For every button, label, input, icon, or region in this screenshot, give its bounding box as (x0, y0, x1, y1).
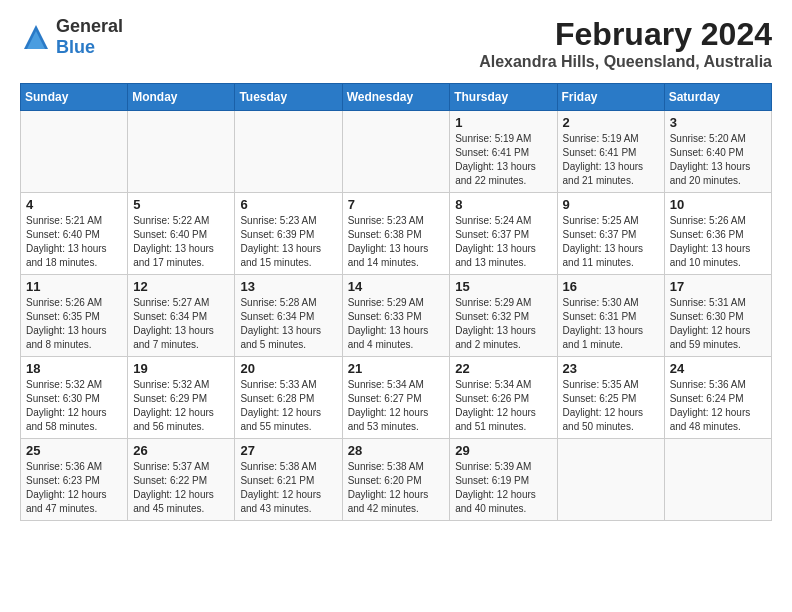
calendar-cell: 16Sunrise: 5:30 AM Sunset: 6:31 PM Dayli… (557, 275, 664, 357)
day-number: 2 (563, 115, 659, 130)
day-info: Sunrise: 5:33 AM Sunset: 6:28 PM Dayligh… (240, 378, 336, 434)
calendar-cell: 15Sunrise: 5:29 AM Sunset: 6:32 PM Dayli… (450, 275, 557, 357)
day-info: Sunrise: 5:39 AM Sunset: 6:19 PM Dayligh… (455, 460, 551, 516)
day-number: 22 (455, 361, 551, 376)
calendar-table: Sunday Monday Tuesday Wednesday Thursday… (20, 83, 772, 521)
calendar-header: Sunday Monday Tuesday Wednesday Thursday… (21, 84, 772, 111)
calendar-cell: 27Sunrise: 5:38 AM Sunset: 6:21 PM Dayli… (235, 439, 342, 521)
day-number: 20 (240, 361, 336, 376)
day-number: 28 (348, 443, 445, 458)
day-info: Sunrise: 5:30 AM Sunset: 6:31 PM Dayligh… (563, 296, 659, 352)
day-number: 24 (670, 361, 766, 376)
day-info: Sunrise: 5:28 AM Sunset: 6:34 PM Dayligh… (240, 296, 336, 352)
day-number: 16 (563, 279, 659, 294)
day-number: 29 (455, 443, 551, 458)
calendar-cell: 18Sunrise: 5:32 AM Sunset: 6:30 PM Dayli… (21, 357, 128, 439)
day-info: Sunrise: 5:21 AM Sunset: 6:40 PM Dayligh… (26, 214, 122, 270)
day-number: 15 (455, 279, 551, 294)
day-number: 6 (240, 197, 336, 212)
day-info: Sunrise: 5:38 AM Sunset: 6:20 PM Dayligh… (348, 460, 445, 516)
calendar-cell: 8Sunrise: 5:24 AM Sunset: 6:37 PM Daylig… (450, 193, 557, 275)
logo-icon (20, 21, 52, 53)
day-info: Sunrise: 5:19 AM Sunset: 6:41 PM Dayligh… (563, 132, 659, 188)
day-info: Sunrise: 5:26 AM Sunset: 6:36 PM Dayligh… (670, 214, 766, 270)
calendar-cell: 22Sunrise: 5:34 AM Sunset: 6:26 PM Dayli… (450, 357, 557, 439)
calendar-cell (557, 439, 664, 521)
calendar-cell: 20Sunrise: 5:33 AM Sunset: 6:28 PM Dayli… (235, 357, 342, 439)
day-number: 26 (133, 443, 229, 458)
day-number: 7 (348, 197, 445, 212)
col-thursday: Thursday (450, 84, 557, 111)
day-info: Sunrise: 5:22 AM Sunset: 6:40 PM Dayligh… (133, 214, 229, 270)
day-number: 9 (563, 197, 659, 212)
day-info: Sunrise: 5:36 AM Sunset: 6:23 PM Dayligh… (26, 460, 122, 516)
calendar-cell (128, 111, 235, 193)
day-info: Sunrise: 5:32 AM Sunset: 6:30 PM Dayligh… (26, 378, 122, 434)
calendar-cell: 7Sunrise: 5:23 AM Sunset: 6:38 PM Daylig… (342, 193, 450, 275)
day-info: Sunrise: 5:37 AM Sunset: 6:22 PM Dayligh… (133, 460, 229, 516)
calendar-cell: 24Sunrise: 5:36 AM Sunset: 6:24 PM Dayli… (664, 357, 771, 439)
day-info: Sunrise: 5:35 AM Sunset: 6:25 PM Dayligh… (563, 378, 659, 434)
calendar-cell: 3Sunrise: 5:20 AM Sunset: 6:40 PM Daylig… (664, 111, 771, 193)
day-info: Sunrise: 5:34 AM Sunset: 6:27 PM Dayligh… (348, 378, 445, 434)
calendar-cell (235, 111, 342, 193)
day-info: Sunrise: 5:23 AM Sunset: 6:39 PM Dayligh… (240, 214, 336, 270)
day-number: 12 (133, 279, 229, 294)
page-title: February 2024 (479, 16, 772, 53)
day-info: Sunrise: 5:32 AM Sunset: 6:29 PM Dayligh… (133, 378, 229, 434)
col-sunday: Sunday (21, 84, 128, 111)
day-number: 17 (670, 279, 766, 294)
calendar-cell: 6Sunrise: 5:23 AM Sunset: 6:39 PM Daylig… (235, 193, 342, 275)
day-number: 14 (348, 279, 445, 294)
day-info: Sunrise: 5:24 AM Sunset: 6:37 PM Dayligh… (455, 214, 551, 270)
calendar-cell: 9Sunrise: 5:25 AM Sunset: 6:37 PM Daylig… (557, 193, 664, 275)
day-info: Sunrise: 5:23 AM Sunset: 6:38 PM Dayligh… (348, 214, 445, 270)
calendar-week-3: 18Sunrise: 5:32 AM Sunset: 6:30 PM Dayli… (21, 357, 772, 439)
day-info: Sunrise: 5:26 AM Sunset: 6:35 PM Dayligh… (26, 296, 122, 352)
calendar-cell (664, 439, 771, 521)
col-saturday: Saturday (664, 84, 771, 111)
calendar-cell: 5Sunrise: 5:22 AM Sunset: 6:40 PM Daylig… (128, 193, 235, 275)
day-number: 27 (240, 443, 336, 458)
day-info: Sunrise: 5:19 AM Sunset: 6:41 PM Dayligh… (455, 132, 551, 188)
day-number: 5 (133, 197, 229, 212)
calendar-week-0: 1Sunrise: 5:19 AM Sunset: 6:41 PM Daylig… (21, 111, 772, 193)
day-number: 10 (670, 197, 766, 212)
calendar-cell: 29Sunrise: 5:39 AM Sunset: 6:19 PM Dayli… (450, 439, 557, 521)
day-number: 23 (563, 361, 659, 376)
calendar-cell: 14Sunrise: 5:29 AM Sunset: 6:33 PM Dayli… (342, 275, 450, 357)
day-number: 4 (26, 197, 122, 212)
calendar-cell: 19Sunrise: 5:32 AM Sunset: 6:29 PM Dayli… (128, 357, 235, 439)
calendar-week-2: 11Sunrise: 5:26 AM Sunset: 6:35 PM Dayli… (21, 275, 772, 357)
header: General Blue February 2024 Alexandra Hil… (20, 16, 772, 71)
day-info: Sunrise: 5:29 AM Sunset: 6:33 PM Dayligh… (348, 296, 445, 352)
calendar-cell: 11Sunrise: 5:26 AM Sunset: 6:35 PM Dayli… (21, 275, 128, 357)
day-number: 3 (670, 115, 766, 130)
title-area: February 2024 Alexandra Hills, Queenslan… (479, 16, 772, 71)
day-info: Sunrise: 5:36 AM Sunset: 6:24 PM Dayligh… (670, 378, 766, 434)
day-number: 18 (26, 361, 122, 376)
calendar-cell: 25Sunrise: 5:36 AM Sunset: 6:23 PM Dayli… (21, 439, 128, 521)
calendar-cell (342, 111, 450, 193)
calendar-cell (21, 111, 128, 193)
day-info: Sunrise: 5:27 AM Sunset: 6:34 PM Dayligh… (133, 296, 229, 352)
col-tuesday: Tuesday (235, 84, 342, 111)
day-number: 8 (455, 197, 551, 212)
calendar-cell: 4Sunrise: 5:21 AM Sunset: 6:40 PM Daylig… (21, 193, 128, 275)
calendar-cell: 17Sunrise: 5:31 AM Sunset: 6:30 PM Dayli… (664, 275, 771, 357)
day-info: Sunrise: 5:20 AM Sunset: 6:40 PM Dayligh… (670, 132, 766, 188)
logo-blue-text: Blue (56, 37, 95, 57)
day-info: Sunrise: 5:34 AM Sunset: 6:26 PM Dayligh… (455, 378, 551, 434)
calendar-cell: 26Sunrise: 5:37 AM Sunset: 6:22 PM Dayli… (128, 439, 235, 521)
logo-general-text: General (56, 16, 123, 36)
logo: General Blue (20, 16, 123, 58)
day-number: 21 (348, 361, 445, 376)
calendar-cell: 12Sunrise: 5:27 AM Sunset: 6:34 PM Dayli… (128, 275, 235, 357)
header-row: Sunday Monday Tuesday Wednesday Thursday… (21, 84, 772, 111)
day-number: 13 (240, 279, 336, 294)
calendar-cell: 2Sunrise: 5:19 AM Sunset: 6:41 PM Daylig… (557, 111, 664, 193)
day-number: 11 (26, 279, 122, 294)
calendar-cell: 23Sunrise: 5:35 AM Sunset: 6:25 PM Dayli… (557, 357, 664, 439)
calendar-cell: 13Sunrise: 5:28 AM Sunset: 6:34 PM Dayli… (235, 275, 342, 357)
col-wednesday: Wednesday (342, 84, 450, 111)
